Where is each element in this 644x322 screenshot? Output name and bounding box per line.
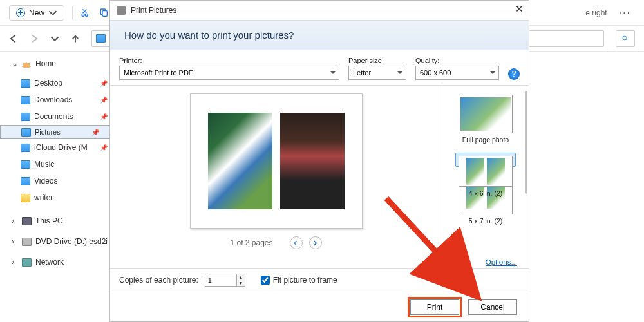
printer-select[interactable] [119,66,339,80]
plus-icon [16,8,25,17]
back-icon[interactable] [9,34,18,43]
layout-full-page[interactable]: Full page photo [456,92,515,146]
more-icon[interactable]: ··· [615,7,635,19]
printer-icon [117,6,126,15]
sidebar-item-label: DVD Drive (D:) esd2i [35,237,108,246]
explorer-sidebar: ⌄ Home Desktop📌 Downloads📌 Documents📌 Pi… [0,52,113,322]
folder-icon [21,96,30,104]
preview-page [190,93,363,229]
copies-row: Copies of each picture: ▲▼ Fit picture t… [110,268,529,292]
copies-input[interactable] [205,274,237,287]
pc-icon [22,217,32,225]
print-button[interactable]: Print [410,299,459,315]
sidebar-item-documents[interactable]: Documents📌 [0,108,113,125]
pin-icon: 📌 [91,129,99,136]
svg-point-4 [623,36,627,40]
scrollbar[interactable] [525,91,527,194]
folder-icon [21,128,31,137]
sidebar-item-label: Pictures [35,128,61,136]
cut-icon[interactable] [80,8,91,18]
prev-page-button[interactable] [290,236,303,249]
step-down-icon[interactable]: ▼ [237,280,245,286]
sidebar-item-desktop[interactable]: Desktop📌 [0,75,113,91]
sidebar-item-label: iCloud Drive (M [34,143,88,152]
fit-checkbox-input[interactable] [261,276,270,285]
sidebar-item-label: Videos [34,176,57,185]
step-up-icon[interactable]: ▲ [237,274,245,280]
copy-icon[interactable] [99,8,109,18]
quality-label: Quality: [415,57,499,64]
svg-point-1 [85,14,88,16]
right-hint-text: e right [585,8,607,17]
preview-photo-2 [280,113,345,209]
sidebar-item-music[interactable]: Music [0,156,113,173]
quality-select[interactable] [415,66,499,80]
sidebar-item-label: writer [34,193,53,202]
sidebar-item-pictures[interactable]: Pictures📌 [0,125,113,139]
layout-picker: Full page photo 4 x 6 in. (2) 5 x 7 in. … [442,86,529,256]
printer-label: Printer: [119,57,339,64]
forward-icon[interactable] [30,34,39,43]
search-field[interactable] [616,30,635,47]
help-icon[interactable]: ? [508,68,520,80]
svg-point-0 [82,14,84,16]
divider [72,6,73,19]
copies-stepper[interactable]: ▲▼ [205,274,245,287]
chevron-down-icon[interactable] [50,34,59,43]
folder-icon [21,177,30,185]
folder-icon [21,194,30,202]
sidebar-item-label: Downloads [34,95,72,104]
folder-icon [21,79,30,88]
svg-rect-3 [102,10,107,16]
dialog-title: Print Pictures [131,6,176,15]
disc-icon [22,238,32,246]
folder-icon [96,34,106,43]
layout-label: Full page photo [462,136,509,144]
layout-4x6[interactable]: 4 x 6 in. (2) [455,153,516,167]
cancel-button[interactable]: Cancel [468,299,517,315]
close-icon[interactable]: ✕ [515,3,524,15]
folder-icon [21,144,30,152]
sidebar-item-label: Desktop [34,79,62,88]
pin-icon: 📌 [100,80,108,87]
next-page-button[interactable] [309,236,322,249]
print-controls: Printer: Paper size: Quality: ? [110,50,529,85]
print-pictures-dialog: ✕ Print Pictures How do you want to prin… [109,0,529,322]
print-preview: 1 of 2 pages [110,86,442,256]
layout-label: 4 x 6 in. (2) [469,189,503,197]
sidebar-item-downloads[interactable]: Downloads📌 [0,91,113,108]
search-icon [621,35,629,43]
sidebar-dvd[interactable]: ›DVD Drive (D:) esd2i [0,233,113,250]
up-icon[interactable] [71,34,80,43]
home-icon [22,60,32,68]
fit-to-frame-checkbox[interactable]: Fit picture to frame [261,276,337,285]
sidebar-item-label: Documents [34,112,73,121]
preview-photo-1 [208,113,272,209]
paper-size-select[interactable] [348,66,406,80]
options-link[interactable]: Options... [486,258,517,266]
sidebar-home[interactable]: ⌄ Home [0,55,113,72]
pin-icon: 📌 [100,113,108,120]
sidebar-home-label: Home [35,59,56,68]
network-icon [22,258,32,267]
sidebar-item-label: Network [35,258,64,267]
dialog-button-row: Print Cancel [110,292,529,321]
sidebar-network[interactable]: ›Network [0,254,113,270]
paper-size-label: Paper size: [348,57,406,64]
sidebar-item-label: This PC [35,216,63,225]
banner-text: How do you want to print your pictures? [124,30,294,41]
sidebar-item-icloud[interactable]: iCloud Drive (M📌 [0,139,113,156]
pin-icon: 📌 [100,97,108,104]
sidebar-this-pc[interactable]: ›This PC [0,213,113,229]
sidebar-item-writer[interactable]: writer [0,189,113,206]
dialog-banner: How do you want to print your pictures? [110,20,529,50]
new-button-label: New [29,8,44,17]
pin-icon: 📌 [100,144,108,151]
copies-label: Copies of each picture: [119,276,198,285]
fit-label: Fit picture to frame [273,276,337,285]
chevron-down-icon [48,8,57,17]
sidebar-item-videos[interactable]: Videos [0,173,113,189]
new-button[interactable]: New [9,5,64,21]
folder-icon [21,160,30,169]
layout-label: 5 x 7 in. (2) [469,217,503,225]
